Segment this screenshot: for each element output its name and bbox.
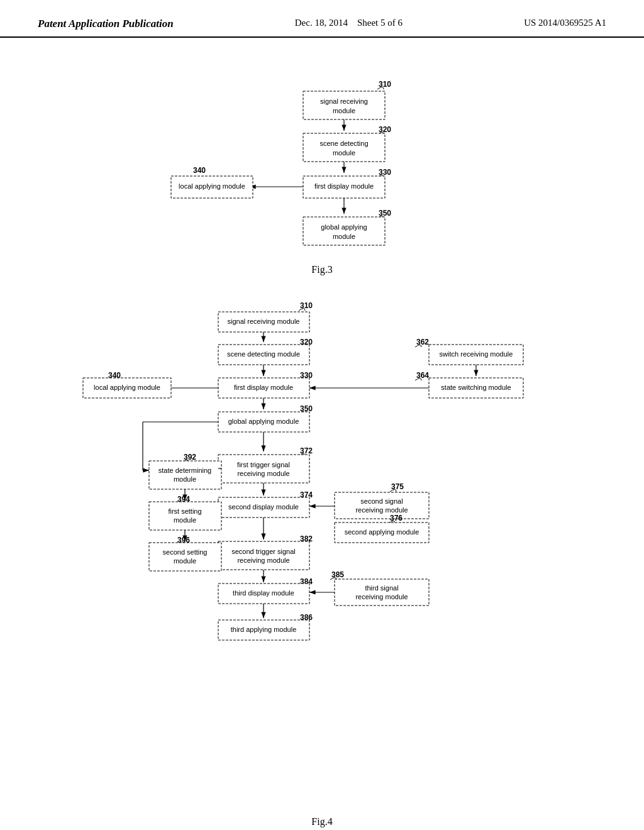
box-382-text1-fig4: second trigger signal xyxy=(231,548,296,555)
box-310-fig3 xyxy=(303,91,385,119)
box-386-text-fig4: third applying module xyxy=(231,626,297,633)
box-320-text1-fig3: scene detecting xyxy=(319,140,368,147)
box-362-text-fig4: switch receiving module xyxy=(440,350,513,358)
fig3-diagram: 310 signal receiving module 320 scene de… xyxy=(38,57,606,275)
box-350-text1-fig3: global applying xyxy=(321,223,367,231)
box-320-text-fig4: scene detecting module xyxy=(227,350,300,358)
box-350-text2-fig3: module xyxy=(333,233,355,240)
box-392-text2-fig4: module xyxy=(174,475,196,483)
box-382-fig4 xyxy=(218,541,309,570)
box-340-text-fig4: local applying module xyxy=(94,384,160,391)
main-content: 310 signal receiving module 320 scene de… xyxy=(0,57,644,827)
fig3-label: Fig.3 xyxy=(38,264,606,275)
header-sheet: Sheet 5 of 6 xyxy=(357,18,402,28)
box-384-text-fig4: third display module xyxy=(233,589,294,597)
box-382-text2-fig4: receiving module xyxy=(237,556,289,564)
header-title: Patent Application Publication xyxy=(38,18,174,30)
box-396-text1-fig4: second setting xyxy=(163,548,208,556)
box-350-fig3 xyxy=(303,217,385,245)
fig4-label: Fig.4 xyxy=(38,816,606,827)
box-385-text1-fig4: third signal xyxy=(365,584,398,592)
box-372-text2-fig4: receiving module xyxy=(237,470,289,477)
box-385-text2-fig4: receiving module xyxy=(355,593,408,600)
box-310-text2-fig3: module xyxy=(333,107,355,114)
box-340-text-fig3: local applying module xyxy=(179,182,245,190)
box-320-fig3 xyxy=(303,133,385,162)
header-date: Dec. 18, 2014 xyxy=(295,18,348,28)
box-375-text1-fig4: second signal xyxy=(360,497,402,505)
box-330-text-fig4: first display module xyxy=(234,384,293,391)
fig4-svg: 310 signal receiving module 320 scene de… xyxy=(39,294,605,810)
box-396-text2-fig4: module xyxy=(174,557,196,565)
page-header: Patent Application Publication Dec. 18, … xyxy=(0,0,644,38)
box-375-text2-fig4: receiving module xyxy=(355,506,408,514)
box-372-text1-fig4: first trigger signal xyxy=(237,461,290,468)
box-364-text-fig4: state switching module xyxy=(441,384,511,391)
fig3-svg: 310 signal receiving module 320 scene de… xyxy=(133,57,511,258)
box-392-text1-fig4: state determining xyxy=(158,467,211,474)
node340-label-fig3: 340 xyxy=(193,166,206,175)
box-372-fig4 xyxy=(218,455,309,483)
fig4-diagram: 310 signal receiving module 320 scene de… xyxy=(38,294,606,827)
box-394-text2-fig4: module xyxy=(174,516,196,524)
header-center: Dec. 18, 2014 Sheet 5 of 6 xyxy=(295,18,402,28)
box-376-text-fig4: second applying module xyxy=(345,528,419,536)
box-350-text-fig4: global applying module xyxy=(228,418,299,425)
box-320-text2-fig3: module xyxy=(333,149,355,157)
box-310-text1-fig3: signal receiving xyxy=(320,97,368,105)
box-394-text1-fig4: first setting xyxy=(168,507,201,515)
box-330-text-fig3: first display module xyxy=(314,182,374,190)
box-310-text-fig4: signal receiving module xyxy=(228,318,300,325)
header-patent: US 2014/0369525 A1 xyxy=(524,18,606,28)
box-374-text-fig4: second display module xyxy=(228,503,299,511)
